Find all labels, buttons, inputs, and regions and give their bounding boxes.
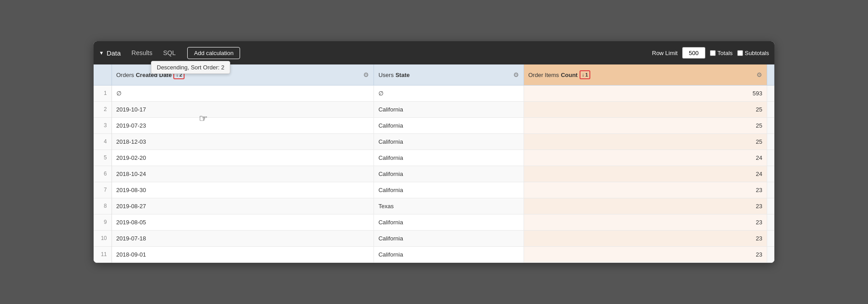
cell-created-date: 2019-07-23 xyxy=(112,117,374,133)
cell-row-num: 4 xyxy=(94,133,112,150)
toolbar: ▼ Data Results SQL Add calculation Row L… xyxy=(94,41,774,64)
cell-row-num: 9 xyxy=(94,214,112,230)
cell-user-state: California xyxy=(374,230,524,246)
cell-user-state: California xyxy=(374,117,524,133)
cell-row-num: 6 xyxy=(94,166,112,182)
header-row-num xyxy=(94,64,112,85)
header-orders-label: Orders xyxy=(116,72,134,78)
table-body: 1∅∅59322019-10-17California2532019-07-23… xyxy=(94,85,774,262)
header-state-label: State xyxy=(395,72,410,78)
main-window: ▼ Data Results SQL Add calculation Row L… xyxy=(94,41,774,263)
table-row: 1∅∅593 xyxy=(94,85,774,101)
cell-user-state: California xyxy=(374,101,524,117)
cell-created-date: 2018-10-24 xyxy=(112,166,374,182)
toolbar-right: Row Limit Totals Subtotals xyxy=(652,47,769,59)
collapse-icon[interactable]: ▼ xyxy=(99,50,104,56)
scrollbar-header xyxy=(767,64,774,85)
cell-created-date: 2018-12-03 xyxy=(112,133,374,150)
data-table: Orders Created Date ↓ 2 ⚙ xyxy=(94,64,774,263)
sort-tooltip: Descending, Sort Order: 2 xyxy=(151,61,230,74)
header-user-state[interactable]: Users State ⚙ xyxy=(374,64,524,85)
cell-order-items-count: 25 xyxy=(524,117,767,133)
cell-scrollbar xyxy=(767,182,774,198)
cell-scrollbar xyxy=(767,166,774,182)
cell-scrollbar xyxy=(767,101,774,117)
cell-created-date: 2019-08-30 xyxy=(112,182,374,198)
header-count-label: Count xyxy=(561,72,578,78)
cell-order-items-count: 23 xyxy=(524,230,767,246)
sort-order-count-num: 1 xyxy=(585,72,588,77)
cell-scrollbar xyxy=(767,214,774,230)
gear-icon-count[interactable]: ⚙ xyxy=(756,71,762,78)
row-limit-label: Row Limit xyxy=(652,50,678,56)
cell-created-date: 2019-08-05 xyxy=(112,214,374,230)
toolbar-tabs: Results SQL xyxy=(127,47,180,58)
table-row: 32019-07-23California25 xyxy=(94,117,774,133)
cell-user-state: California xyxy=(374,246,524,262)
table-row: 52019-02-20California24 xyxy=(94,150,774,166)
cell-user-state: California xyxy=(374,150,524,166)
cell-scrollbar xyxy=(767,117,774,133)
cell-scrollbar xyxy=(767,150,774,166)
cell-created-date: 2019-07-18 xyxy=(112,230,374,246)
toolbar-left: ▼ Data xyxy=(99,49,121,57)
cell-order-items-count: 593 xyxy=(524,85,767,101)
cell-user-state: California xyxy=(374,214,524,230)
cell-row-num: 2 xyxy=(94,101,112,117)
cell-order-items-count: 24 xyxy=(524,166,767,182)
cell-scrollbar xyxy=(767,230,774,246)
cell-order-items-count: 23 xyxy=(524,182,767,198)
cell-scrollbar xyxy=(767,133,774,150)
gear-icon-state[interactable]: ⚙ xyxy=(513,71,519,78)
table-row: 22019-10-17California25 xyxy=(94,101,774,117)
tab-results[interactable]: Results xyxy=(127,47,157,58)
cell-created-date: 2019-02-20 xyxy=(112,150,374,166)
cell-created-date: 2018-09-01 xyxy=(112,246,374,262)
row-limit-input[interactable] xyxy=(682,47,705,59)
cell-order-items-count: 25 xyxy=(524,133,767,150)
cell-user-state: ∅ xyxy=(374,85,524,101)
cell-created-date: ∅ xyxy=(112,85,374,101)
table-row: 92019-08-05California23 xyxy=(94,214,774,230)
cell-order-items-count: 25 xyxy=(524,101,767,117)
cell-user-state: California xyxy=(374,182,524,198)
cell-created-date: 2019-08-27 xyxy=(112,198,374,214)
cell-order-items-count: 24 xyxy=(524,150,767,166)
cell-row-num: 10 xyxy=(94,230,112,246)
header-order-items-count[interactable]: Order Items Count ↓ 1 ⚙ xyxy=(524,64,767,85)
cell-user-state: California xyxy=(374,133,524,150)
cell-row-num: 11 xyxy=(94,246,112,262)
cell-user-state: Texas xyxy=(374,198,524,214)
cell-user-state: California xyxy=(374,166,524,182)
cell-order-items-count: 23 xyxy=(524,246,767,262)
subtotals-checkbox[interactable] xyxy=(737,50,743,56)
table-row: 72019-08-30California23 xyxy=(94,182,774,198)
subtotals-checkbox-label[interactable]: Subtotals xyxy=(737,50,769,56)
cell-created-date: 2019-10-17 xyxy=(112,101,374,117)
data-section-label: Data xyxy=(107,49,121,57)
cell-row-num: 3 xyxy=(94,117,112,133)
sort-badge-count: ↓ 1 xyxy=(580,70,590,79)
gear-icon-created-date[interactable]: ⚙ xyxy=(363,71,369,78)
totals-checkbox[interactable] xyxy=(710,50,716,56)
add-calculation-button[interactable]: Add calculation xyxy=(187,47,240,59)
header-order-items-label: Order Items xyxy=(529,72,559,78)
table-row: 112018-09-01California23 xyxy=(94,246,774,262)
table-row: 102019-07-18California23 xyxy=(94,230,774,246)
cell-scrollbar xyxy=(767,198,774,214)
table-row: 62018-10-24California24 xyxy=(94,166,774,182)
sort-arrow-down-count-icon: ↓ xyxy=(582,72,584,78)
cell-row-num: 1 xyxy=(94,85,112,101)
cell-row-num: 5 xyxy=(94,150,112,166)
cell-row-num: 7 xyxy=(94,182,112,198)
tab-sql[interactable]: SQL xyxy=(159,47,180,58)
cell-row-num: 8 xyxy=(94,198,112,214)
header-users-label: Users xyxy=(378,72,394,78)
table-row: 82019-08-27Texas23 xyxy=(94,198,774,214)
table-row: 42018-12-03California25 xyxy=(94,133,774,150)
table-container: Orders Created Date ↓ 2 ⚙ xyxy=(94,64,774,263)
cell-scrollbar xyxy=(767,246,774,262)
cell-scrollbar xyxy=(767,85,774,101)
cell-order-items-count: 23 xyxy=(524,214,767,230)
totals-checkbox-label[interactable]: Totals xyxy=(710,50,733,56)
